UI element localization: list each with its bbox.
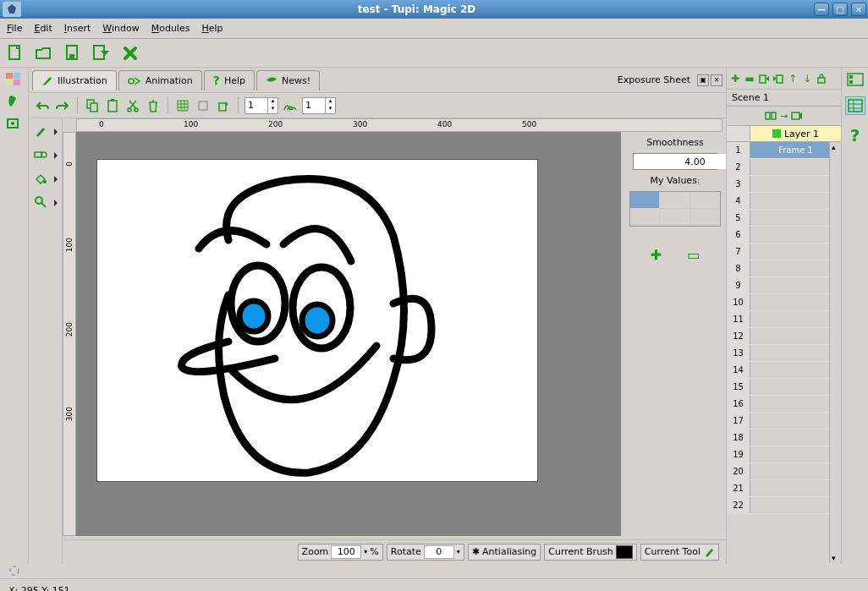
scene-header[interactable]: Scene 1 bbox=[727, 90, 841, 107]
svg-point-22 bbox=[36, 197, 42, 204]
frame-row[interactable]: 2 bbox=[727, 159, 841, 176]
pencil-tool[interactable] bbox=[34, 123, 58, 139]
add-value-icon[interactable]: ✚ bbox=[651, 247, 662, 263]
frame-row[interactable]: 22 bbox=[727, 497, 841, 514]
statusbar: X: 295 Y: 151 bbox=[0, 578, 868, 591]
frame-row[interactable]: 15 bbox=[727, 379, 841, 396]
zoom-tool[interactable] bbox=[34, 194, 58, 210]
frame-row[interactable]: 11 bbox=[727, 311, 841, 328]
shape-tool[interactable] bbox=[34, 147, 58, 162]
cut-icon[interactable] bbox=[124, 97, 141, 114]
save-icon[interactable] bbox=[63, 43, 83, 63]
frame-row[interactable]: 13 bbox=[727, 345, 841, 362]
delete-icon[interactable] bbox=[145, 97, 162, 114]
tab-news[interactable]: News! bbox=[256, 70, 320, 90]
footer-progress bbox=[0, 563, 868, 578]
frame-row[interactable]: 18 bbox=[727, 430, 841, 446]
new-file-icon[interactable] bbox=[5, 43, 25, 63]
minimize-button[interactable]: — bbox=[814, 3, 829, 16]
color-palette-icon[interactable] bbox=[6, 73, 23, 86]
grid-icon[interactable] bbox=[174, 97, 191, 114]
remove-frame-icon[interactable]: ▬ bbox=[744, 73, 755, 85]
current-tool-display[interactable]: Current Tool bbox=[640, 544, 719, 561]
open-folder-icon[interactable] bbox=[34, 43, 54, 63]
close-button[interactable]: ✕ bbox=[851, 3, 866, 16]
exposure-sheet-icon[interactable] bbox=[845, 96, 865, 115]
layer-visible-icon[interactable] bbox=[772, 129, 781, 138]
close-project-icon[interactable] bbox=[120, 43, 140, 63]
help-panel-icon[interactable]: ? bbox=[850, 125, 860, 145]
paste-icon[interactable] bbox=[104, 97, 121, 114]
drawing-canvas[interactable] bbox=[96, 159, 538, 482]
zoom-input[interactable] bbox=[331, 545, 361, 559]
scene-tween-icon[interactable] bbox=[765, 111, 777, 121]
scene-camera-icon[interactable] bbox=[791, 112, 803, 120]
menu-insert[interactable]: Insert bbox=[64, 23, 91, 34]
tab-illustration[interactable]: Illustration bbox=[32, 70, 117, 90]
frame-cell-selected[interactable]: Frame 1 bbox=[750, 142, 841, 158]
menu-help[interactable]: Help bbox=[201, 23, 222, 34]
layer-header[interactable]: Layer 1 bbox=[727, 125, 841, 142]
move-down-icon[interactable]: ↓ bbox=[801, 73, 813, 85]
smoothness-spinner[interactable]: ▴▾ bbox=[633, 153, 717, 170]
current-brush-display[interactable]: Current Brush bbox=[544, 544, 637, 561]
copy-icon[interactable] bbox=[84, 97, 101, 114]
frame-row[interactable]: 6 bbox=[727, 227, 841, 244]
frame-row[interactable]: 7 bbox=[727, 244, 841, 260]
lock-icon[interactable] bbox=[816, 73, 827, 85]
dock-float-button[interactable]: ▣ bbox=[697, 74, 709, 86]
values-grid[interactable] bbox=[629, 191, 721, 227]
frame-row[interactable]: 3 bbox=[727, 176, 841, 193]
rotate-control[interactable]: Rotate ▾ bbox=[387, 544, 464, 561]
frame-list[interactable]: 1Frame 123456789101112131415161718192021… bbox=[727, 142, 841, 563]
redo-icon[interactable] bbox=[54, 97, 71, 114]
ruler-horizontal: 0 100 200 300 400 500 bbox=[76, 118, 722, 132]
scene-icons: → bbox=[727, 107, 841, 125]
menu-window[interactable]: Window bbox=[102, 23, 139, 34]
svg-rect-27 bbox=[760, 75, 766, 83]
tab-help[interactable]: ? Help bbox=[204, 70, 255, 90]
frame-row[interactable]: 21 bbox=[727, 480, 841, 497]
frame-spin-1-input[interactable] bbox=[245, 100, 267, 111]
fill-tool[interactable] bbox=[34, 171, 58, 186]
frame-spin-2-input[interactable] bbox=[303, 100, 325, 111]
dock-close-button[interactable]: ✕ bbox=[711, 74, 722, 86]
remove-value-icon[interactable]: ▭ bbox=[687, 247, 700, 263]
move-up-icon[interactable]: ↑ bbox=[787, 73, 799, 85]
maximize-button[interactable]: □ bbox=[832, 3, 848, 16]
rotate-input[interactable] bbox=[424, 545, 454, 559]
save-as-icon[interactable] bbox=[91, 43, 112, 63]
frame-row[interactable]: 5 bbox=[727, 210, 841, 227]
menu-edit[interactable]: Edit bbox=[34, 23, 52, 34]
frame-spin-2[interactable]: ▴▾ bbox=[302, 97, 336, 114]
frame-row[interactable]: 1Frame 1 bbox=[727, 142, 841, 159]
export-icon[interactable] bbox=[215, 97, 232, 114]
menu-modules[interactable]: Modules bbox=[151, 23, 190, 34]
canvas-viewport[interactable] bbox=[76, 132, 621, 536]
undo-icon[interactable] bbox=[34, 97, 51, 114]
frame-row[interactable]: 10 bbox=[727, 294, 841, 311]
svg-point-25 bbox=[239, 301, 268, 331]
add-frame-icon[interactable]: ✚ bbox=[729, 73, 741, 85]
tab-animation[interactable]: Animation bbox=[118, 70, 202, 90]
onion-skin-icon[interactable] bbox=[282, 97, 299, 114]
brush-library-icon[interactable] bbox=[6, 95, 23, 108]
zoom-control[interactable]: Zoom ▾ % bbox=[298, 544, 383, 561]
move-frame-left-icon[interactable] bbox=[758, 73, 770, 85]
frame-row[interactable]: 14 bbox=[727, 362, 841, 379]
frame-row[interactable]: 12 bbox=[727, 328, 841, 345]
frame-row[interactable]: 20 bbox=[727, 463, 841, 480]
scrollbar-vertical[interactable] bbox=[829, 142, 841, 563]
move-frame-right-icon[interactable] bbox=[772, 73, 784, 85]
frame-row[interactable]: 9 bbox=[727, 277, 841, 294]
timeline-icon[interactable] bbox=[847, 73, 864, 86]
menu-file[interactable]: File bbox=[7, 23, 22, 34]
frame-row[interactable]: 16 bbox=[727, 396, 841, 413]
frame-row[interactable]: 8 bbox=[727, 260, 841, 277]
frame-row[interactable]: 19 bbox=[727, 446, 841, 463]
library-icon[interactable] bbox=[6, 117, 23, 130]
frame-spin-1[interactable]: ▴▾ bbox=[244, 97, 278, 114]
frame-row[interactable]: 4 bbox=[727, 193, 841, 210]
antialiasing-toggle[interactable]: ✱ Antialiasing bbox=[468, 544, 541, 561]
frame-row[interactable]: 17 bbox=[727, 413, 841, 430]
